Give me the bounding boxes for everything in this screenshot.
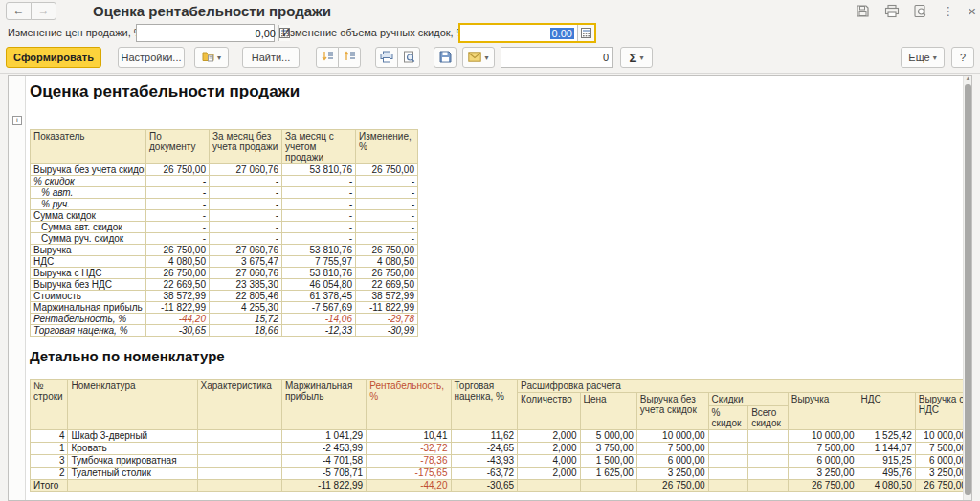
print-icon[interactable] bbox=[884, 4, 900, 18]
value-cell[interactable]: -12,33 bbox=[282, 325, 356, 337]
detail-cell[interactable]: -63,72 bbox=[451, 468, 518, 480]
detail-cell[interactable]: 7 500,00 bbox=[915, 443, 969, 455]
value-cell[interactable]: 38 572,99 bbox=[356, 291, 418, 302]
value-cell[interactable]: 22 805,46 bbox=[210, 291, 282, 302]
value-cell[interactable]: 53 810,76 bbox=[282, 268, 356, 279]
value-cell[interactable]: 26 750,00 bbox=[356, 164, 418, 176]
detail-cell[interactable]: 6 000,00 bbox=[915, 455, 969, 468]
value-cell[interactable]: - bbox=[210, 233, 282, 245]
value-cell[interactable]: 27 060,76 bbox=[210, 164, 282, 176]
indicator-cell[interactable]: Сумма авт. скидок bbox=[31, 222, 146, 233]
col-quantity[interactable]: Количество bbox=[518, 393, 580, 430]
detail-cell[interactable]: 6 000,00 bbox=[788, 455, 858, 468]
detail-cell[interactable]: 4 bbox=[31, 430, 68, 443]
value-cell[interactable]: -11 822,99 bbox=[146, 302, 210, 314]
detail-cell[interactable]: 1 525,42 bbox=[858, 430, 915, 443]
value-cell[interactable]: 4 080,50 bbox=[356, 256, 418, 268]
detail-cell[interactable]: 495,76 bbox=[858, 468, 915, 480]
save-result-button[interactable] bbox=[434, 47, 457, 68]
col-group-calculation[interactable]: Расшифровка расчета bbox=[518, 380, 972, 393]
detail-cell[interactable]: 26 750,00 bbox=[788, 480, 858, 492]
col-nomenclature[interactable]: Номенклатура bbox=[68, 380, 197, 430]
calculator-icon[interactable] bbox=[577, 25, 594, 41]
summary-header-cell[interactable]: По документу bbox=[146, 130, 210, 164]
price-change-field[interactable] bbox=[136, 24, 275, 42]
summary-header-cell[interactable]: За месяц без учета продажи bbox=[210, 130, 282, 164]
value-cell[interactable]: - bbox=[282, 222, 356, 233]
detail-cell[interactable] bbox=[748, 443, 789, 455]
print-preview-button[interactable] bbox=[397, 47, 420, 68]
value-cell[interactable]: - bbox=[210, 210, 282, 222]
scroll-up-icon[interactable]: ▲ bbox=[965, 76, 971, 81]
detail-cell[interactable]: Итого bbox=[31, 480, 68, 492]
detail-cell[interactable] bbox=[708, 455, 748, 468]
value-cell[interactable]: 26 750,00 bbox=[146, 164, 210, 176]
indicator-cell[interactable]: Выручка без НДС bbox=[31, 279, 146, 291]
detail-cell[interactable]: -43,93 bbox=[451, 455, 518, 468]
settings-button[interactable]: Настройки... bbox=[118, 47, 185, 68]
detail-cell[interactable]: -24,65 bbox=[451, 443, 518, 455]
discount-change-field[interactable]: 0.00 bbox=[458, 23, 596, 43]
detail-cell[interactable]: 26 750,00 bbox=[915, 480, 969, 492]
detail-cell[interactable]: 5 000,00 bbox=[580, 430, 636, 443]
report-variants-button[interactable]: ▾ bbox=[194, 47, 229, 68]
detail-cell[interactable] bbox=[708, 480, 748, 492]
indicator-cell[interactable]: % скидок bbox=[31, 176, 146, 187]
indicator-cell[interactable]: Выручка без учета скидок bbox=[31, 164, 146, 176]
sum-counter-input[interactable] bbox=[501, 48, 612, 67]
value-cell[interactable]: - bbox=[282, 176, 356, 187]
detail-cell[interactable]: 3 750,00 bbox=[580, 443, 636, 455]
value-cell[interactable]: 22 669,50 bbox=[146, 279, 210, 291]
detail-cell[interactable]: -30,65 bbox=[451, 480, 518, 492]
col-revenue-no-discount[interactable]: Выручка без учета скидок bbox=[636, 393, 708, 430]
value-cell[interactable]: - bbox=[356, 233, 418, 245]
detail-cell[interactable]: -5 708,71 bbox=[281, 468, 366, 480]
value-cell[interactable]: 7 755,97 bbox=[282, 256, 356, 268]
detail-cell[interactable] bbox=[748, 480, 789, 492]
indicator-cell[interactable]: Сумма руч. скидок bbox=[31, 233, 146, 245]
value-cell[interactable]: 4 255,30 bbox=[210, 302, 282, 314]
detail-cell[interactable] bbox=[68, 480, 197, 492]
sum-counter-field[interactable] bbox=[501, 47, 613, 68]
help-button[interactable]: ? bbox=[951, 47, 974, 68]
detail-cell[interactable]: 2 bbox=[31, 468, 68, 480]
group-expander[interactable]: + bbox=[12, 116, 22, 125]
detail-cell[interactable] bbox=[580, 480, 636, 492]
indicator-cell[interactable]: Стоимость bbox=[31, 291, 146, 302]
detail-cell[interactable]: 10 000,00 bbox=[636, 430, 708, 443]
value-cell[interactable]: 61 378,45 bbox=[282, 291, 356, 302]
detail-cell[interactable]: Туалетный столик bbox=[68, 468, 197, 480]
value-cell[interactable]: -44,20 bbox=[146, 314, 210, 325]
detail-cell[interactable] bbox=[518, 480, 580, 492]
preview-icon[interactable] bbox=[913, 4, 928, 18]
close-icon[interactable]: × bbox=[968, 4, 976, 18]
detail-cell[interactable] bbox=[197, 480, 281, 492]
autosum-button[interactable]: Σ▾ bbox=[620, 47, 653, 68]
send-mail-button[interactable]: ▾ bbox=[462, 47, 495, 68]
detail-cell[interactable]: 10,41 bbox=[367, 430, 451, 443]
detail-cell[interactable]: -2 453,99 bbox=[281, 443, 366, 455]
generate-button[interactable]: Сформировать bbox=[6, 47, 101, 68]
col-discount-total[interactable]: Всего скидок bbox=[748, 406, 789, 430]
back-button[interactable]: ← bbox=[6, 2, 32, 20]
col-group-discounts[interactable]: Скидки bbox=[708, 393, 788, 406]
summary-header-cell[interactable]: Показатель bbox=[31, 130, 146, 164]
col-revenue-with-vat[interactable]: Выручка с НДС bbox=[915, 393, 969, 430]
value-cell[interactable]: - bbox=[146, 187, 210, 199]
detail-cell[interactable] bbox=[197, 468, 281, 480]
value-cell[interactable]: - bbox=[356, 210, 418, 222]
indicator-cell[interactable]: % авт. bbox=[31, 187, 146, 199]
value-cell[interactable]: - bbox=[146, 222, 210, 233]
detail-cell[interactable] bbox=[197, 455, 281, 468]
value-cell[interactable]: - bbox=[210, 187, 282, 199]
value-cell[interactable]: 27 060,76 bbox=[210, 245, 282, 256]
value-cell[interactable]: 4 080,50 bbox=[146, 256, 210, 268]
price-change-input[interactable] bbox=[137, 25, 278, 41]
detail-cell[interactable]: 1 bbox=[31, 443, 68, 455]
detail-cell[interactable]: 7 500,00 bbox=[636, 443, 708, 455]
detail-cell[interactable]: 10 000,00 bbox=[788, 430, 858, 443]
detail-cell[interactable] bbox=[748, 430, 789, 443]
value-cell[interactable]: - bbox=[146, 176, 210, 187]
col-row-number[interactable]: № строки bbox=[31, 380, 68, 430]
value-cell[interactable]: 46 054,80 bbox=[282, 279, 356, 291]
